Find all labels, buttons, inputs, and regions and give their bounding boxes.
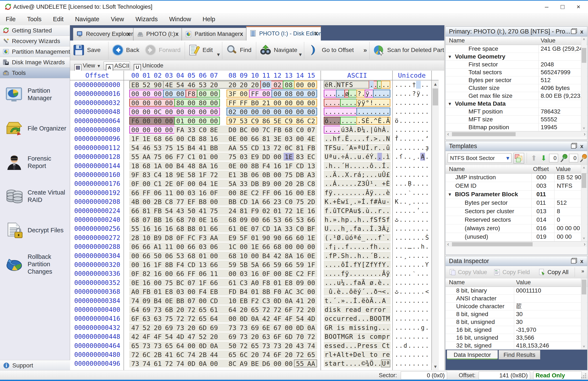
unicode-char[interactable]: .: [412, 143, 416, 152]
ascii-char[interactable]: É: [378, 117, 382, 125]
panel-hscrollbar[interactable]: ‹›: [445, 131, 587, 137]
hex-byte[interactable]: 00: [130, 260, 140, 269]
unicode-char[interactable]: .: [403, 117, 408, 125]
ascii-char[interactable]: .: [378, 242, 382, 251]
unicode-char[interactable]: .: [416, 197, 421, 206]
unicode-char[interactable]: .: [403, 179, 408, 188]
hex-byte[interactable]: B4: [239, 287, 248, 296]
hex-byte[interactable]: 65: [250, 341, 260, 350]
hex-byte[interactable]: 00: [130, 251, 140, 260]
unicode-char[interactable]: .: [416, 233, 421, 242]
hex-byte[interactable]: 70: [295, 332, 305, 341]
ascii-char[interactable]: ÿ: [369, 188, 374, 197]
ascii-char[interactable]: f: [324, 206, 329, 215]
ascii-char[interactable]: ë: [361, 296, 366, 305]
hex-byte[interactable]: 81: [239, 206, 248, 215]
ascii-char[interactable]: (: [324, 233, 329, 242]
hex-byte[interactable]: 41: [164, 350, 174, 359]
unicode-char[interactable]: ¸: [412, 152, 416, 161]
hex-byte[interactable]: 00: [307, 107, 316, 116]
unicode-char[interactable]: .: [408, 152, 412, 161]
ascii-char[interactable]: p: [382, 332, 386, 341]
inspector-row[interactable]: 16 bit, unsigned33,566: [445, 334, 587, 342]
unicode-char[interactable]: .: [416, 188, 421, 197]
unicode-char[interactable]: .: [399, 197, 403, 206]
hex-byte[interactable]: 83: [295, 152, 305, 161]
ascii-char[interactable]: r: [374, 305, 378, 314]
ascii-char[interactable]: t: [328, 359, 333, 368]
hex-byte[interactable]: 07: [187, 278, 196, 287]
ascii-char[interactable]: T: [324, 143, 329, 152]
unicode-char[interactable]: .: [394, 323, 399, 332]
hex-byte[interactable]: 00: [209, 117, 219, 125]
hex-byte[interactable]: A1: [153, 242, 162, 251]
unicode-char[interactable]: .: [403, 350, 408, 359]
unicode-char[interactable]: .: [403, 99, 408, 107]
hex-byte[interactable]: 16: [164, 224, 174, 233]
hex-byte[interactable]: 55: [239, 143, 248, 152]
hex-byte[interactable]: 00: [307, 287, 316, 296]
hex-byte[interactable]: FF: [142, 188, 151, 197]
hex-byte[interactable]: 68: [273, 242, 282, 251]
hex-byte[interactable]: 20: [187, 323, 196, 332]
ascii-char[interactable]: .: [353, 179, 357, 188]
ascii-char[interactable]: s: [333, 341, 337, 350]
hex-byte[interactable]: BE: [250, 359, 260, 368]
hex-byte[interactable]: 24: [228, 206, 237, 215]
hex-byte[interactable]: 80: [176, 99, 185, 107]
ascii-char[interactable]: .: [337, 170, 341, 179]
unicode-char[interactable]: .: [412, 278, 416, 287]
hex-byte[interactable]: 66: [142, 251, 151, 260]
hex-byte[interactable]: 16: [164, 215, 174, 224]
ascii-char[interactable]: .: [386, 206, 390, 215]
hex-byte[interactable]: F8: [187, 89, 196, 98]
hex-byte[interactable]: 0D: [187, 359, 196, 368]
hex-byte[interactable]: 4B: [130, 197, 140, 206]
hex-byte[interactable]: 74: [262, 350, 271, 359]
ascii-char[interactable]: U: [324, 224, 329, 233]
ascii-char[interactable]: c: [328, 314, 333, 323]
hex-byte[interactable]: 1C: [228, 242, 237, 251]
hex-byte[interactable]: 16: [142, 278, 151, 287]
hex-byte[interactable]: 81: [142, 206, 151, 215]
hex-byte[interactable]: 09: [239, 215, 248, 224]
unicode-char[interactable]: .: [399, 125, 403, 134]
unicode-char[interactable]: .: [420, 224, 425, 233]
ascii-char[interactable]: »: [353, 143, 357, 152]
ascii-char[interactable]: .: [333, 269, 337, 278]
ascii-char[interactable]: À: [382, 125, 386, 134]
hex-byte[interactable]: 07: [250, 224, 260, 233]
ascii-char[interactable]: ¹: [369, 179, 374, 188]
hex-byte[interactable]: 0D: [273, 296, 282, 305]
ascii-char[interactable]: .: [345, 296, 349, 305]
ascii-char[interactable]: u: [378, 170, 382, 179]
hex-byte[interactable]: 1F: [198, 278, 207, 287]
ascii-char[interactable]: ¹: [333, 233, 337, 242]
template-row[interactable]: (always zero)01600 00 00: [445, 224, 587, 233]
unicode-char[interactable]: .: [403, 296, 408, 305]
hex-byte[interactable]: E9: [228, 233, 237, 242]
hex-byte[interactable]: EB: [130, 80, 140, 89]
ascii-char[interactable]: +: [349, 350, 353, 359]
hex-byte[interactable]: 00: [284, 99, 293, 107]
hex-byte[interactable]: FF: [262, 188, 271, 197]
unicode-char[interactable]: .: [399, 251, 403, 260]
ascii-char[interactable]: N: [337, 80, 341, 89]
ascii-char[interactable]: .: [353, 152, 357, 161]
hex-byte[interactable]: 66: [307, 215, 316, 224]
unicode-char[interactable]: .: [425, 99, 429, 107]
unicode-char[interactable]: .: [408, 89, 412, 98]
hex-byte[interactable]: A0: [130, 287, 140, 296]
ascii-char[interactable]: È: [386, 179, 390, 188]
hex-byte[interactable]: 00: [295, 107, 305, 116]
ascii-char[interactable]: t: [345, 350, 349, 359]
unicode-char[interactable]: .: [394, 332, 399, 341]
ascii-char[interactable]: t: [324, 296, 329, 305]
hex-byte[interactable]: 00: [187, 179, 196, 188]
hex-byte[interactable]: 75: [284, 170, 293, 179]
unicode-char[interactable]: .: [412, 341, 416, 350]
hex-byte[interactable]: 06: [209, 242, 219, 251]
ascii-char[interactable]: .: [378, 188, 382, 197]
hex-byte[interactable]: 16: [153, 224, 162, 233]
unicode-char[interactable]: .: [408, 296, 412, 305]
